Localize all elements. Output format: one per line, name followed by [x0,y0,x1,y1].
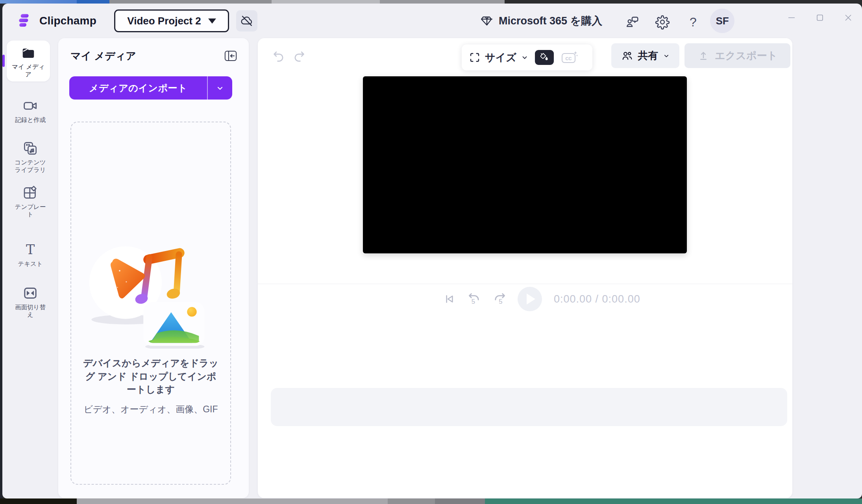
timeline-track[interactable] [271,388,787,426]
svg-text:T: T [26,242,35,257]
rewind-5-icon: 5 [466,291,482,307]
cloud-offline-icon [240,14,253,28]
sidebar-item-record-create[interactable]: 記録と作成 [2,98,58,124]
transitions-icon [22,285,38,301]
captions-icon: CC [561,50,578,65]
media-panel: マイ メディア メディアのインポート [58,38,249,498]
desktop-background-strip-top [272,0,380,4]
clipchamp-window: Clipchamp Video Project 2 Microsoft 365 … [2,4,862,498]
share-button[interactable]: 共有 [611,43,679,68]
video-preview [363,76,687,253]
people-icon [621,50,634,62]
minimize-button[interactable] [783,9,800,26]
minimize-icon [787,13,796,22]
crop-size-icon [469,52,481,63]
buy-microsoft-365-label: Microsoft 365 を購入 [499,14,602,28]
rewind-5-button[interactable]: 5 [466,291,482,307]
sidebar-item-my-media[interactable]: マイ メディア [7,41,50,81]
feedback-button[interactable] [623,13,642,31]
desktop-background-strip-top [109,0,272,4]
sidebar-item-label: テンプレート [12,203,48,218]
caret-down-icon [208,18,216,24]
play-button[interactable] [518,287,542,311]
close-button[interactable] [840,9,857,26]
help-icon: ? [690,15,697,30]
camera-icon [22,98,38,114]
maximize-icon [815,13,825,22]
folder-icon [21,46,36,61]
svg-text:CC: CC [565,56,572,61]
chevron-down-icon [521,54,529,61]
redo-icon [292,49,307,63]
project-name: Video Project 2 [127,15,201,27]
transport-controls: 5 5 0:00.00 / 0:00.00 [442,286,640,312]
import-options-button[interactable] [208,76,232,100]
export-button[interactable]: エクスポート [684,43,790,68]
templates-icon [22,185,38,201]
settings-gear-icon [655,15,670,30]
avatar-initials: SF [716,15,729,27]
maximize-button[interactable] [811,9,829,26]
forward-5-button[interactable]: 5 [492,291,508,307]
library-icon [22,140,38,156]
play-icon [527,294,535,305]
premium-diamond-icon [481,15,493,27]
background-fill-icon [539,52,550,63]
clipchamp-logo [17,13,33,29]
import-media-button[interactable]: メディアのインポート [69,76,207,100]
import-media-split-button[interactable]: メディアのインポート [69,76,232,100]
media-panel-title: マイ メディア [70,49,136,63]
desktop-background-strip-bottom [388,498,435,504]
preview-toolbar: サイズ CC [462,44,592,70]
desktop-background-strip-bottom [485,498,862,504]
text-icon: T [22,242,38,258]
redo-button[interactable] [291,48,308,65]
background-fill-button[interactable] [535,50,554,65]
dropzone-subtitle: ビデオ、オーディオ、画像、GIF [83,403,218,415]
upload-icon [697,50,709,62]
skip-to-start-button[interactable] [442,292,456,306]
desktop-background-strip-top [0,0,77,4]
cloud-sync-status-button[interactable] [236,10,257,31]
settings-button[interactable] [653,13,671,31]
sidebar-item-label: 記録と作成 [12,116,48,124]
sidebar-item-content-library[interactable]: コンテンツ ライブラリ [2,140,58,174]
media-dropzone[interactable]: デバイスからメディアをドラッグ アンド ドロップしてインポートします ビデオ、オ… [70,122,231,485]
sidebar-item-label: 画面切り替え [12,304,48,318]
svg-text:5: 5 [499,298,502,305]
buy-microsoft-365-button[interactable]: Microsoft 365 を購入 [481,4,602,38]
desktop-background-strip-top [77,0,109,4]
size-label: サイズ [485,51,516,65]
preview-divider [258,284,792,284]
size-button[interactable]: サイズ [469,51,529,65]
sidebar-item-templates[interactable]: テンプレート [2,185,58,218]
forward-5-icon: 5 [492,291,508,307]
time-display: 0:00.00 / 0:00.00 [554,293,640,305]
help-button[interactable]: ? [684,13,702,31]
skip-to-start-icon [442,292,456,306]
sidebar-item-transitions[interactable]: 画面切り替え [2,285,58,318]
desktop-background-strip-bottom [435,498,485,504]
collapse-panel-button[interactable] [222,48,239,63]
sidebar-item-label: マイ メディア [10,63,46,78]
close-icon [844,13,853,22]
captions-button[interactable]: CC [560,50,579,65]
dropzone-title: デバイスからメディアをドラッグ アンド ドロップしてインポートします [83,356,218,396]
sidebar-item-text[interactable]: T テキスト [2,242,58,268]
chevron-down-icon [663,52,670,59]
app-title: Clipchamp [39,15,96,27]
active-item-indicator [2,55,5,67]
collapse-panel-icon [224,50,237,62]
desktop-background-strip-bottom [77,498,388,504]
editor-panel: サイズ CC [258,38,792,498]
sidebar-item-label: テキスト [12,260,48,268]
svg-text:5: 5 [472,298,475,305]
desktop-background-strip-top [380,0,505,4]
export-label: エクスポート [715,49,777,63]
media-illustration [88,219,214,349]
avatar[interactable]: SF [710,9,734,33]
undo-button[interactable] [270,48,287,65]
share-label: 共有 [638,49,659,63]
chevron-down-icon [216,84,224,92]
project-name-button[interactable]: Video Project 2 [114,9,229,32]
